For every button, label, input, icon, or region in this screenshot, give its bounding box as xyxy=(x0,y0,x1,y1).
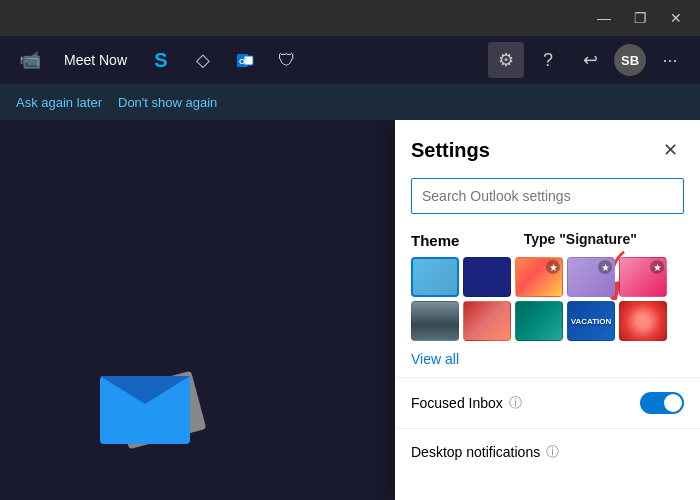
outlook-toolbar: 📹 Meet Now S ◇ O 🛡 ⚙ ? ↩ SB ··· xyxy=(0,36,700,84)
divider-1 xyxy=(395,377,700,378)
theme-swatch-dark-blue[interactable] xyxy=(463,257,511,297)
theme-star-pink: ★ xyxy=(650,260,664,274)
theme-swatch-palms[interactable] xyxy=(463,301,511,341)
avatar[interactable]: SB xyxy=(614,44,646,76)
more-icon[interactable]: ··· xyxy=(652,42,688,78)
notification-bar: Ask again later Don't show again xyxy=(0,84,700,120)
theme-swatch-mountain[interactable] xyxy=(411,301,459,341)
theme-star-purple: ★ xyxy=(598,260,612,274)
settings-title: Settings xyxy=(411,139,490,162)
focused-inbox-label: Focused Inbox ⓘ xyxy=(411,394,522,412)
search-input[interactable] xyxy=(411,178,684,214)
view-all-link[interactable]: View all xyxy=(395,345,700,373)
shield-icon[interactable]: 🛡 xyxy=(269,42,305,78)
theme-swatch-light-blue[interactable] xyxy=(411,257,459,297)
settings-header: Settings ✕ xyxy=(395,120,700,172)
close-button[interactable]: ✕ xyxy=(662,4,690,32)
theme-section-label: Theme xyxy=(395,224,700,257)
desktop-notifications-row: Desktop notifications ⓘ xyxy=(395,433,700,471)
desktop-notifications-info-icon[interactable]: ⓘ xyxy=(546,443,559,461)
meet-now-label: Meet Now xyxy=(64,52,127,68)
settings-panel: Type "Signature" Settings ✕ Theme xyxy=(395,120,700,500)
gear-icon[interactable]: ⚙ xyxy=(488,42,524,78)
envelope-flap xyxy=(100,376,190,404)
theme-swatch-vacation[interactable]: VACATION xyxy=(567,301,615,341)
focused-inbox-row: Focused Inbox ⓘ xyxy=(395,382,700,424)
focused-inbox-info-icon[interactable]: ⓘ xyxy=(509,394,522,412)
theme-grid: ★ ★ ★ VACATION xyxy=(395,257,700,345)
theme-swatch-circuit[interactable] xyxy=(515,301,563,341)
focused-inbox-toggle[interactable] xyxy=(640,392,684,414)
help-icon[interactable]: ? xyxy=(530,42,566,78)
divider-2 xyxy=(395,428,700,429)
browser-chrome: — ❐ ✕ xyxy=(0,0,700,36)
restore-button[interactable]: ❐ xyxy=(626,4,654,32)
theme-swatch-pink[interactable]: ★ xyxy=(619,257,667,297)
meet-now-button[interactable]: Meet Now xyxy=(54,46,137,74)
skype-icon[interactable]: S xyxy=(143,42,179,78)
desktop-notifications-label: Desktop notifications ⓘ xyxy=(411,443,559,461)
svg-rect-1 xyxy=(244,56,253,65)
theme-star-sunset: ★ xyxy=(546,260,560,274)
settings-scroll[interactable]: Theme ★ ★ ★ VACATION xyxy=(395,224,700,500)
close-settings-button[interactable]: ✕ xyxy=(656,136,684,164)
minimize-button[interactable]: — xyxy=(590,4,618,32)
search-container xyxy=(395,172,700,224)
theme-swatch-sunset[interactable]: ★ xyxy=(515,257,563,297)
reply-icon[interactable]: ↩ xyxy=(572,42,608,78)
notif-link-2[interactable]: Don't show again xyxy=(118,95,217,110)
video-icon[interactable]: 📹 xyxy=(12,42,48,78)
toggle-knob xyxy=(664,394,682,412)
theme-swatch-bokeh[interactable] xyxy=(619,301,667,341)
diamond-icon[interactable]: ◇ xyxy=(185,42,221,78)
main-area: Type "Signature" Settings ✕ Theme xyxy=(0,120,700,500)
theme-swatch-purple[interactable]: ★ xyxy=(567,257,615,297)
notif-link-1[interactable]: Ask again later xyxy=(16,95,102,110)
svg-text:O: O xyxy=(239,57,245,66)
outlook-icon[interactable]: O xyxy=(227,42,263,78)
envelope-front xyxy=(100,376,190,444)
